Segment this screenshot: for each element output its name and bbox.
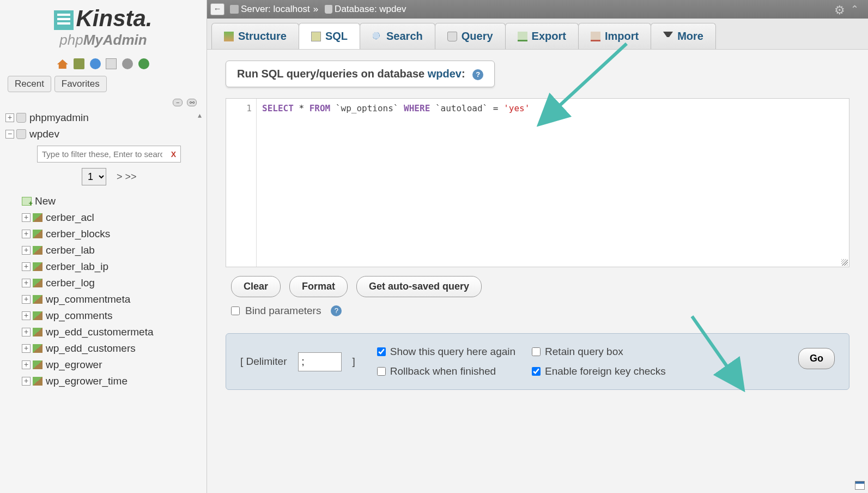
show-again-option[interactable]: Show this query here again	[377, 346, 515, 358]
table-icon	[33, 213, 43, 222]
recent-button[interactable]: Recent	[8, 76, 51, 92]
table-label: wp_comments	[46, 310, 113, 322]
table-row[interactable]: +cerber_acl	[0, 209, 207, 226]
sql-icon	[311, 32, 321, 41]
rollback-option[interactable]: Rollback when finished	[377, 365, 515, 377]
format-button[interactable]: Format	[289, 276, 348, 297]
table-label: wp_egrower	[46, 359, 102, 371]
kinsta-icon	[54, 10, 74, 30]
go-button[interactable]: Go	[798, 348, 835, 369]
back-button[interactable]: ←	[210, 3, 224, 15]
tab-query[interactable]: Query	[435, 23, 506, 49]
expand-icon[interactable]: +	[22, 377, 31, 386]
table-row[interactable]: +cerber_blocks	[0, 226, 207, 242]
table-row[interactable]: +wp_edd_customers	[0, 340, 207, 357]
table-label: wp_edd_customers	[46, 342, 136, 354]
table-row[interactable]: +wp_edd_customermeta	[0, 324, 207, 340]
collapse-icon[interactable]: −	[5, 130, 14, 139]
page-settings-icon[interactable]: ⚙	[834, 3, 846, 15]
table-row[interactable]: +wp_egrower	[0, 357, 207, 373]
sidebar: Kinsta. phpMyAdmin Recent Favorites − ⚯ …	[0, 0, 207, 493]
resize-handle-icon[interactable]	[841, 259, 848, 266]
table-row[interactable]: +wp_egrower_time	[0, 373, 207, 389]
tab-sql[interactable]: SQL	[299, 23, 360, 49]
main-tabs: Structure SQL Search Query Export Import…	[207, 19, 868, 50]
logout-icon[interactable]	[74, 58, 84, 69]
fk-option[interactable]: Enable foreign key checks	[532, 365, 666, 377]
retain-option[interactable]: Retain query box	[532, 346, 666, 358]
expand-icon[interactable]: +	[22, 246, 31, 255]
clear-filter-icon[interactable]: X	[167, 150, 180, 159]
show-again-checkbox[interactable]	[377, 347, 386, 356]
expand-icon[interactable]: +	[22, 213, 31, 222]
collapse-all-icon[interactable]: −	[173, 99, 183, 106]
expand-icon[interactable]: +	[22, 328, 31, 336]
query-icon	[447, 32, 457, 41]
db-node-phpmyadmin[interactable]: + phpmyadmin	[0, 110, 207, 126]
query-options: [ Delimiter ] Show this query here again…	[226, 333, 849, 390]
table-icon	[33, 360, 43, 369]
table-icon	[33, 246, 43, 255]
chevron-up-icon[interactable]: ⌃	[851, 3, 863, 15]
expand-icon[interactable]: +	[22, 360, 31, 369]
pager-next[interactable]: > >>	[117, 171, 137, 182]
tab-import[interactable]: Import	[578, 23, 651, 49]
scroll-up-icon[interactable]: ▴	[198, 111, 205, 118]
calendar-icon[interactable]	[855, 481, 865, 490]
autosaved-button[interactable]: Get auto-saved query	[356, 276, 482, 297]
docs-icon[interactable]	[90, 58, 101, 69]
help-icon[interactable]: ?	[331, 305, 342, 316]
new-table-link[interactable]: New	[0, 193, 207, 209]
table-icon	[33, 262, 43, 271]
breadcrumb-sep: »	[313, 4, 318, 15]
expand-icon[interactable]: +	[22, 262, 31, 271]
bind-params-checkbox[interactable]	[231, 306, 240, 315]
table-row[interactable]: +cerber_log	[0, 275, 207, 291]
settings-icon[interactable]	[122, 58, 133, 69]
expand-icon[interactable]: +	[22, 295, 31, 304]
db-node-wpdev[interactable]: − wpdev	[0, 126, 207, 142]
home-icon[interactable]	[57, 58, 68, 69]
retain-checkbox[interactable]	[532, 347, 541, 356]
expand-icon[interactable]: +	[22, 230, 31, 238]
help-icon[interactable]: ?	[472, 69, 483, 80]
panel-db-link[interactable]: wpdev	[428, 68, 462, 80]
breadcrumb-bar: ← Server: localhost » Database: wpdev ⚙ …	[207, 0, 868, 19]
expand-icon[interactable]: +	[22, 311, 31, 320]
table-filter[interactable]: X	[37, 146, 181, 163]
link-icon[interactable]: ⚯	[187, 99, 197, 106]
tab-more[interactable]: More	[651, 23, 716, 49]
clear-button[interactable]: Clear	[231, 276, 281, 297]
db-name[interactable]: wpdev	[379, 4, 406, 15]
panel-title: Run SQL query/queries on database wpdev:…	[226, 61, 495, 87]
server-name[interactable]: localhost	[274, 4, 310, 15]
table-row[interactable]: +cerber_lab	[0, 242, 207, 258]
editor-gutter: 1	[226, 99, 257, 267]
rollback-checkbox[interactable]	[377, 367, 386, 376]
fk-checkbox[interactable]	[532, 367, 541, 376]
expand-icon[interactable]: +	[5, 113, 14, 122]
table-row[interactable]: +wp_commentmeta	[0, 291, 207, 308]
search-icon	[372, 32, 382, 41]
table-label: cerber_log	[46, 277, 95, 289]
sql-editor[interactable]: 1 SELECT * FROM `wp_options` WHERE `auto…	[226, 98, 849, 267]
db-label: wpdev	[29, 128, 59, 140]
table-label: wp_commentmeta	[46, 293, 130, 305]
reload-icon[interactable]	[138, 58, 149, 69]
page-select[interactable]: 1	[82, 168, 106, 185]
expand-icon[interactable]: +	[22, 279, 31, 287]
table-row[interactable]: +wp_comments	[0, 308, 207, 324]
table-row[interactable]: +cerber_lab_ip	[0, 258, 207, 275]
delimiter-label-close: ]	[353, 356, 355, 368]
sql-docs-icon[interactable]	[106, 58, 117, 69]
tab-export[interactable]: Export	[505, 23, 579, 49]
editor-code[interactable]: SELECT * FROM `wp_options` WHERE `autolo…	[257, 99, 849, 267]
expand-icon[interactable]: +	[22, 344, 31, 353]
filter-input[interactable]	[38, 146, 167, 162]
tab-search[interactable]: Search	[360, 23, 435, 49]
delimiter-input[interactable]	[298, 352, 342, 371]
favorites-button[interactable]: Favorites	[54, 76, 107, 92]
table-icon	[33, 279, 43, 287]
db-label: Database:	[335, 4, 377, 15]
tab-structure[interactable]: Structure	[211, 23, 299, 49]
